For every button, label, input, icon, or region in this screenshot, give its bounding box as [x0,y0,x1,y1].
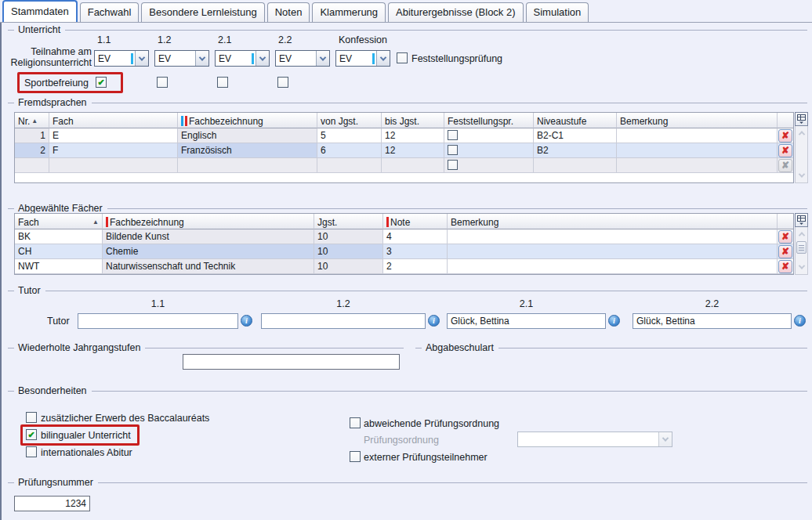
abweichende-pruefungsordnung-checkbox[interactable] [350,417,361,428]
tab-noten[interactable]: Noten [267,2,310,22]
delete-row-button[interactable]: ✘ [778,129,792,143]
cell-fachbezeichnung: Englisch [178,128,317,143]
feststellungspr-checkbox[interactable] [448,145,458,155]
cell-fach[interactable]: BK [15,229,103,244]
info-icon[interactable]: i [794,315,806,327]
group-abgabeschulart: Abgabeschulart [415,342,807,353]
group-title: Unterricht [18,24,60,35]
delete-row-button[interactable]: ✘ [778,245,792,258]
header-fach[interactable]: Fach [49,113,178,128]
cell-von-jgst[interactable]: 5 [317,128,382,143]
externer-pruefungsteilnehmer-checkbox[interactable] [350,451,361,462]
field-chooser-icon[interactable] [795,213,808,227]
header-fachbezeichnung[interactable]: Fachbezeichnung [178,113,317,128]
wiederholte-jahrgangstufen-input[interactable] [183,354,400,370]
cell-niveaustufe[interactable]: B2-C1 [534,128,617,143]
info-icon[interactable]: i [428,315,440,327]
religion-select-2-2[interactable]: EV [275,50,330,67]
delete-row-button[interactable]: ✘ [778,144,792,157]
cell-fach[interactable]: E [49,128,178,143]
pruefungsnummer-input[interactable] [14,496,90,511]
religion-select-2-1[interactable]: EV [215,50,270,67]
chevron-down-icon[interactable] [376,51,390,66]
abgewaehlte-scrollbar[interactable] [795,213,808,275]
scroll-up-icon[interactable] [796,128,807,139]
konfession-select[interactable]: EV [335,50,390,67]
sportbefreiung-checkbox-2-2[interactable] [277,77,288,88]
header-bemerkung[interactable]: Bemerkung [448,214,778,229]
cell-bemerkung-new[interactable] [617,158,778,173]
cell-bemerkung[interactable] [448,229,778,244]
header-von-jgst[interactable]: von Jgst. [317,113,382,128]
tab-klammerung[interactable]: Klammerung [312,2,386,22]
tab-simulation[interactable]: Simulation [526,2,589,22]
header-note[interactable]: Note [383,214,448,229]
tutor-col-label-2-1: 2.1 [447,298,606,309]
cell-niveaustufe-new[interactable] [534,158,617,173]
cell-fach-new[interactable] [49,158,178,173]
cell-bemerkung[interactable] [448,259,778,274]
header-bis-jgst[interactable]: bis Jgst. [382,113,444,128]
tutor-input-1-1[interactable] [78,313,238,329]
cell-note[interactable]: 2 [383,259,448,274]
field-chooser-icon[interactable] [795,112,808,126]
cell-bis-jgst[interactable]: 12 [382,128,444,143]
delete-row-button[interactable]: ✘ [778,230,792,244]
scroll-up-icon[interactable] [796,229,807,240]
religion-value-1-1: EV [95,53,131,64]
tutor-input-1-2[interactable] [261,313,426,329]
header-fachbezeichnung[interactable]: Fachbezeichnung [103,214,314,229]
cell-fachbezeichnung-new [178,158,317,173]
filter-bar-blue [181,116,183,126]
feststellungspr-checkbox[interactable] [448,160,458,170]
header-niveaustufe[interactable]: Niveaustufe [534,113,617,128]
cell-niveaustufe[interactable]: B2 [534,143,617,158]
religion-select-1-1[interactable]: EV [94,50,149,67]
scroll-down-icon[interactable] [796,170,807,181]
cell-note[interactable]: 3 [383,244,448,259]
header-nr[interactable]: Nr. ▲ [15,113,49,128]
chevron-down-icon[interactable] [316,51,329,66]
tab-fachwahl[interactable]: Fachwahl [80,2,140,22]
cell-note[interactable]: 4 [383,229,448,244]
feststellungspruefung-checkbox[interactable] [397,52,408,63]
sportbefreiung-checkbox-1-1[interactable]: ✔ [96,77,107,88]
tutor-input-2-2[interactable] [633,313,792,329]
bilingualer-unterricht-checkbox[interactable]: ✔ [26,429,37,440]
religion-select-1-2[interactable]: EV [154,50,209,67]
cell-bemerkung[interactable] [617,143,778,158]
externer-pruefungsteilnehmer-label: externer Prüfungsteilnehmer [364,452,488,463]
chevron-down-icon[interactable] [135,51,148,66]
chevron-down-icon[interactable] [195,51,208,66]
cell-von-jgst-new[interactable] [317,158,382,173]
tab-divider [0,22,812,23]
header-bemerkung[interactable]: Bemerkung [617,113,778,128]
cell-von-jgst[interactable]: 6 [317,143,382,158]
feststellungspr-checkbox[interactable] [448,130,458,140]
tab-besondere-lernleistung[interactable]: Besondere Lernleistung [141,2,264,22]
cell-fach[interactable]: F [49,143,178,158]
scrollbar-thumb[interactable] [796,241,807,254]
delete-row-button[interactable]: ✘ [778,260,792,273]
baccalaureats-checkbox[interactable] [26,412,37,423]
sportbefreiung-checkbox-1-2[interactable] [157,77,168,88]
internationales-abitur-checkbox[interactable] [26,446,37,457]
tutor-input-2-1[interactable] [447,313,606,329]
header-fach[interactable]: Fach ▲ [15,214,103,229]
chevron-down-icon[interactable] [256,51,269,66]
tab-abiturergebnisse[interactable]: Abiturergebnisse (Block 2) [388,2,523,22]
info-icon[interactable]: i [608,315,620,327]
sportbefreiung-checkbox-2-1[interactable] [217,77,228,88]
cell-bemerkung[interactable] [448,244,778,259]
cell-bis-jgst[interactable]: 12 [382,143,444,158]
info-icon[interactable]: i [241,315,252,327]
scroll-down-icon[interactable] [796,262,807,273]
fremdsprachen-scrollbar[interactable] [795,112,808,183]
tab-stammdaten[interactable]: Stammdaten [2,0,78,22]
header-jgst[interactable]: Jgst. [314,214,383,229]
cell-bis-jgst-new[interactable] [382,158,444,173]
cell-fach[interactable]: NWT [15,259,103,274]
cell-fach[interactable]: CH [15,244,103,259]
cell-bemerkung[interactable] [617,128,778,143]
header-feststellungspr[interactable]: Feststellungspr. [444,113,534,128]
